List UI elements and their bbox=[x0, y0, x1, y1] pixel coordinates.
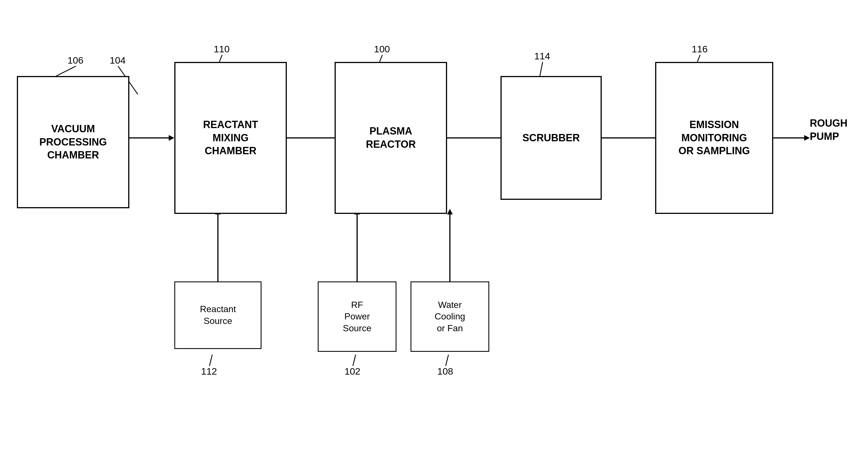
svg-line-21 bbox=[446, 355, 448, 366]
ref-110: 110 bbox=[214, 44, 230, 55]
rf-power-source-box: RFPowerSource bbox=[318, 281, 397, 352]
rough-pump-label: ROUGHPUMP bbox=[810, 117, 847, 143]
ref-106: 106 bbox=[67, 55, 84, 66]
water-cooling-box: WaterCoolingor Fan bbox=[410, 281, 489, 352]
ref-100: 100 bbox=[374, 44, 390, 55]
diagram: VACUUMPROCESSINGCHAMBER 106 104 REACTANT… bbox=[0, 0, 868, 452]
svg-line-17 bbox=[540, 62, 543, 76]
svg-marker-12 bbox=[804, 135, 810, 141]
ref-104: 104 bbox=[110, 55, 126, 66]
svg-marker-1 bbox=[169, 135, 174, 141]
scrubber-label: SCRUBBER bbox=[522, 132, 580, 145]
emission-monitoring-label: EMISSIONMONITORINGOR SAMPLING bbox=[679, 118, 750, 158]
water-cooling-label: WaterCoolingor Fan bbox=[435, 299, 465, 334]
svg-line-16 bbox=[380, 55, 382, 62]
plasma-reactor-box: PLASMAREACTOR bbox=[335, 62, 447, 214]
vacuum-chamber-label: VACUUMPROCESSINGCHAMBER bbox=[39, 122, 107, 162]
svg-line-13 bbox=[56, 66, 76, 76]
svg-line-18 bbox=[697, 55, 700, 62]
reactant-mixing-label: REACTANTMIXINGCHAMBER bbox=[203, 118, 258, 158]
reactant-mixing-box: REACTANTMIXINGCHAMBER bbox=[174, 62, 287, 214]
svg-marker-7 bbox=[447, 209, 453, 215]
svg-line-15 bbox=[219, 55, 222, 62]
emission-monitoring-box: EMISSIONMONITORINGOR SAMPLING bbox=[655, 62, 773, 214]
vacuum-chamber-box: VACUUMPROCESSINGCHAMBER bbox=[17, 76, 129, 208]
ref-114: 114 bbox=[534, 51, 550, 62]
reactant-source-box: ReactantSource bbox=[174, 281, 261, 349]
ref-116: 116 bbox=[692, 44, 708, 55]
reactant-source-label: ReactantSource bbox=[200, 303, 236, 327]
svg-line-20 bbox=[353, 355, 356, 366]
ref-102: 102 bbox=[344, 366, 361, 377]
plasma-reactor-label: PLASMAREACTOR bbox=[366, 125, 415, 151]
svg-line-19 bbox=[210, 355, 212, 366]
ref-108: 108 bbox=[437, 366, 453, 377]
scrubber-box: SCRUBBER bbox=[500, 76, 602, 200]
ref-112: 112 bbox=[201, 366, 217, 377]
rf-power-source-label: RFPowerSource bbox=[343, 299, 371, 334]
